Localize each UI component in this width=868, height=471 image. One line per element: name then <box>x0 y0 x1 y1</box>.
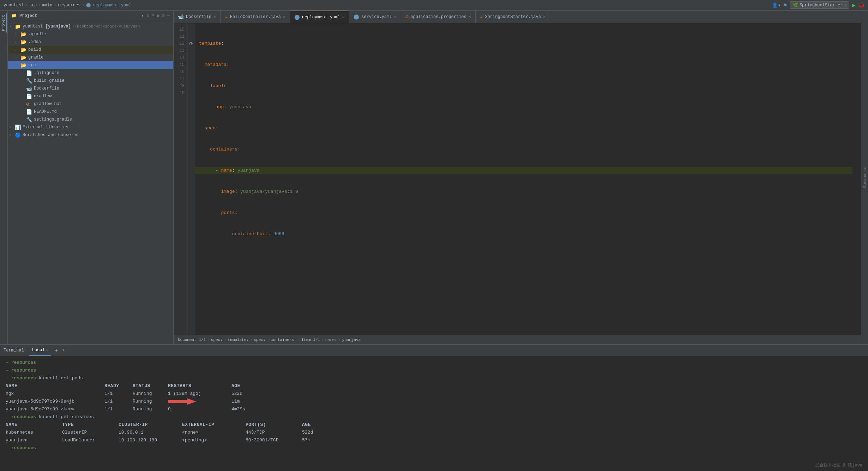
tree-item-idea[interactable]: › 📂 .idea <box>8 38 173 46</box>
bc-spec2[interactable]: spec: <box>254 338 265 342</box>
bc-template[interactable]: template: <box>228 338 248 342</box>
terminal-local-close[interactable]: ✕ <box>46 348 49 352</box>
tree-item-gradlewbat[interactable]: ⚙ gradlew.bat <box>8 100 173 108</box>
tree-item-scratches[interactable]: › 🔵 Scratches and Consoles <box>8 131 173 139</box>
chevron-extlibs: › <box>9 126 15 129</box>
tab-dockerfile[interactable]: 🐋 Dockerfile ✕ <box>174 11 221 23</box>
tree-label-src: src <box>28 63 36 68</box>
code-line-19: - containerPort: 9999 <box>199 231 857 238</box>
breadcrumb-file[interactable]: ⬤ deployment.yaml <box>86 2 131 8</box>
bc-sep2: › <box>224 338 227 342</box>
file-icon-gradlew: 📄 <box>26 93 32 99</box>
breadcrumb-src[interactable]: src <box>29 3 37 8</box>
tab-serviceyaml[interactable]: ⬤ service.yaml ✕ <box>349 11 401 23</box>
svc-externalip-yj: <pending> <box>182 436 246 444</box>
tree-item-gradle-dot[interactable]: › 📂 .gradle <box>8 30 173 38</box>
project-selector[interactable]: 🌿 SpringbootStarter ▾ <box>790 1 849 9</box>
bc-sep4: › <box>267 338 270 342</box>
tree-item-gitignore[interactable]: 📄 .gitignore <box>8 69 173 77</box>
breadcrumb-main[interactable]: main <box>42 3 53 8</box>
file-tree-panel: 📁 Project ▾ ⊕ ≡ ⇅ ⚙ — ▾ 📁 yuantest [yuan… <box>8 11 174 344</box>
tree-label-settingsgradle: settings.gradle <box>34 117 72 122</box>
line-gutter: ⟳ <box>188 23 195 335</box>
bookmarks-label[interactable]: Bookmarks <box>863 167 867 188</box>
sort-icon[interactable]: ⇅ <box>157 13 159 19</box>
collapse-icon[interactable]: ≡ <box>151 13 154 19</box>
tab-close-appprops[interactable]: ✕ <box>469 14 471 19</box>
bc-containers[interactable]: containers: <box>271 338 296 342</box>
term-pods-header: NAME READY STATUS RESTARTS AGE <box>6 382 862 390</box>
run-button[interactable]: ▶ <box>852 2 856 9</box>
tab-close-serviceyaml[interactable]: ✕ <box>394 14 397 19</box>
tab-close-dockerfile[interactable]: ✕ <box>213 14 216 19</box>
close-panel-icon[interactable]: — <box>167 13 170 19</box>
bc-spec1[interactable]: spec: <box>211 338 223 342</box>
dropdown-arrow-tree[interactable]: ▾ <box>141 14 144 18</box>
settings-icon[interactable]: ⚙ <box>162 13 164 19</box>
tab-hellocontroller[interactable]: ☕ HelloController.java ✕ <box>221 11 290 23</box>
tab-icon-deploymentyaml: ⬤ <box>294 14 300 20</box>
tab-springboot[interactable]: ☕ SpringbootStarter.java ✕ <box>476 11 550 23</box>
tab-appprops[interactable]: ⚙ application.properties ✕ <box>401 11 476 23</box>
pod-ready-9s4jb: 1/1 <box>104 398 133 405</box>
tab-close-hellocontroller[interactable]: ✕ <box>283 14 285 19</box>
terminal-add-button[interactable]: ＋ <box>54 347 59 354</box>
tab-close-deploymentyaml[interactable]: ✕ <box>342 14 345 20</box>
bc-item[interactable]: Item 1/1 <box>301 338 320 342</box>
tree-item-gradlew[interactable]: 📄 gradlew <box>8 92 173 100</box>
line-numbers: 10 11 12 13 14 15 16 17 18 19 <box>174 23 188 335</box>
file-icon-gitignore: 📄 <box>26 70 32 76</box>
tree-item-gradle[interactable]: › 📂 gradle <box>8 54 173 61</box>
terminal-chevron[interactable]: ▾ <box>62 348 64 353</box>
svc-age-yj: 57m <box>302 436 330 444</box>
tree-item-build[interactable]: › 📂 build <box>8 46 173 54</box>
tab-label-dockerfile: Dockerfile <box>186 14 211 19</box>
pod-restarts-ngx: 1 (139m ago) <box>168 390 231 398</box>
term-pod-ngx: ngx 1/1 Running 1 (139m ago) 522d <box>6 390 862 398</box>
tree-item-yuantest[interactable]: ▾ 📁 yuantest [yuanjava] ~/Desktop/worksp… <box>8 23 173 30</box>
git-icon[interactable]: ⚑ <box>783 2 787 9</box>
tree-item-settingsgradle[interactable]: 🔧 settings.gradle <box>8 116 173 123</box>
terminal-tab-local[interactable]: Local ✕ <box>29 345 52 356</box>
svg-marker-0 <box>168 398 196 405</box>
tree-item-readme[interactable]: 📄 README.md <box>8 108 173 116</box>
editor-content[interactable]: 10 11 12 13 14 15 16 17 18 19 ⟳ <box>174 23 861 335</box>
folder-icon-gradle-dot: 📂 <box>20 31 27 37</box>
code-editor[interactable]: template: metadata: labels: app: yuanjav… <box>195 23 861 335</box>
breadcrumb-yuantest[interactable]: yuantest <box>4 3 24 8</box>
tree-item-src[interactable]: ▾ 📂 src <box>8 61 173 69</box>
title-actions: 👤▾ ⚑ 🌿 SpringbootStarter ▾ ▶ 🐞 <box>772 1 864 9</box>
tab-close-springboot[interactable]: ✕ <box>543 14 545 19</box>
main-layout: Project 📁 Project ▾ ⊕ ≡ ⇅ ⚙ — ▾ 📁 yuante… <box>0 11 868 344</box>
tree-label-build: build <box>28 47 41 52</box>
pod-status-zkcwv: Running <box>133 405 168 413</box>
debug-button[interactable]: 🐞 <box>858 2 864 8</box>
project-tab[interactable]: Project <box>1 13 7 32</box>
breadcrumb-resources[interactable]: resources <box>58 3 81 8</box>
tree-label-buildgradle: build.gradle <box>34 78 64 83</box>
ln-13: 13 <box>174 47 187 54</box>
tab-deploymentyaml[interactable]: ⬤ deployment.yaml ✕ <box>290 11 349 23</box>
col-status: STATUS <box>133 382 168 390</box>
tabs-bar: 🐋 Dockerfile ✕ ☕ HelloController.java ✕ … <box>174 11 861 23</box>
tree-item-dockerfile[interactable]: 🐋 Dockerfile <box>8 85 173 92</box>
bc-doc[interactable]: Document 1/1 <box>178 338 206 342</box>
gutter-18 <box>188 82 195 90</box>
tree-item-buildgradle[interactable]: 🔧 build.gradle <box>8 77 173 85</box>
terminal-tabs: Terminal: Local ✕ ＋ ▾ <box>0 345 868 356</box>
term-svc-kubernetes: kubernetes ClusterIP 10.96.0.1 <none> 44… <box>6 429 862 436</box>
avatar-icon[interactable]: 👤▾ <box>772 2 780 8</box>
terminal-content[interactable]: → resources → resources → resources kube… <box>0 356 868 471</box>
locate-icon[interactable]: ⊕ <box>146 13 149 19</box>
tab-icon-serviceyaml: ⬤ <box>354 14 359 20</box>
term-arrow-1: → <box>6 359 8 367</box>
folder-icon: 📁 <box>11 13 17 18</box>
tree-sublabel-yuantest: ~/Desktop/workspace/yuan/yuan <box>72 24 140 29</box>
svc-type-yj: LoadBalancer <box>62 436 119 444</box>
chevron-gradle-dot: › <box>15 32 20 36</box>
bc-sep7: › <box>338 338 341 342</box>
svc-ports-k8s: 443/TCP <box>246 429 302 436</box>
bc-name[interactable]: name: <box>325 338 337 342</box>
tree-item-extlibs[interactable]: › 📊 External Libraries <box>8 123 173 131</box>
bc-yuanjava[interactable]: yuanjava <box>342 338 361 342</box>
